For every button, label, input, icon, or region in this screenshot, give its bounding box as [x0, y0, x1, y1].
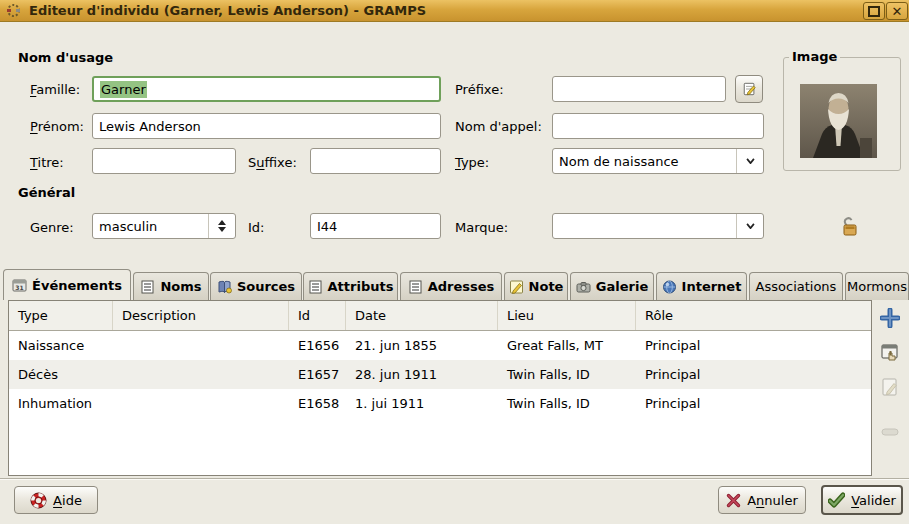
table-row-inhumation[interactable]: Inhumation E1658 1. jui 1911 Twin Falls,…	[9, 389, 871, 418]
tab-mormons[interactable]: Mormons	[845, 272, 909, 300]
tab-sources[interactable]: Sources	[210, 272, 302, 300]
tab-associations[interactable]: Associations	[749, 272, 843, 300]
maximize-button[interactable]	[863, 2, 885, 20]
edit-event-button	[878, 375, 902, 399]
cancel-button[interactable]: Annuler	[718, 486, 806, 514]
globe-icon	[662, 280, 677, 294]
image-groupbox: Image	[783, 57, 901, 171]
column-header-id[interactable]: Id	[289, 301, 346, 330]
tab-internet[interactable]: Internet	[656, 272, 747, 300]
edit-icon	[880, 377, 900, 397]
chevron-down-icon	[736, 214, 763, 238]
maximize-icon	[868, 6, 880, 17]
gramps-app-icon	[6, 3, 21, 18]
titre-input[interactable]	[92, 148, 236, 174]
camera-icon	[576, 280, 591, 294]
person-editor-window: Editeur d'individu (Garner, Lewis Anders…	[0, 0, 909, 524]
close-icon: ✕	[892, 5, 903, 18]
text-list-icon	[140, 280, 155, 294]
cancel-x-icon	[726, 493, 741, 508]
tab-note[interactable]: Note	[504, 272, 568, 300]
nom-appel-input[interactable]	[552, 113, 764, 139]
text-list-icon	[408, 280, 423, 294]
column-header-role[interactable]: Rôle	[636, 301, 871, 330]
marque-label: Marque:	[455, 220, 508, 235]
note-edit-icon	[742, 82, 757, 96]
window-title: Editeur d'individu (Garner, Lewis Anders…	[29, 3, 426, 18]
events-table-header: Type Description Id Date Lieu Rôle	[9, 301, 871, 331]
titre-label: Titre:	[30, 155, 64, 170]
prefixe-label: Préfixe:	[455, 82, 504, 97]
minus-icon	[881, 428, 899, 436]
help-button[interactable]: Aide	[14, 486, 98, 514]
suffixe-label: Suffixe:	[248, 155, 297, 170]
image-legend: Image	[789, 49, 840, 64]
prefixe-input[interactable]	[552, 76, 726, 102]
ok-button-label: Valider	[851, 493, 896, 508]
name-section-heading: Nom d'usage	[18, 50, 113, 65]
general-section-heading: Général	[18, 185, 75, 200]
share-event-button[interactable]	[878, 341, 902, 365]
edit-name-button[interactable]	[735, 75, 763, 103]
remove-event-button	[878, 420, 902, 444]
genre-combobox[interactable]: masculin	[92, 213, 236, 239]
famille-value-selected: Garner	[100, 81, 147, 98]
apply-check-icon	[828, 492, 845, 508]
id-label: Id:	[248, 220, 264, 235]
column-header-lieu[interactable]: Lieu	[498, 301, 636, 330]
events-table: Type Description Id Date Lieu Rôle Naiss…	[8, 300, 872, 476]
genre-label: Genre:	[30, 220, 74, 235]
type-label: Type:	[455, 155, 489, 170]
titlebar[interactable]: Editeur d'individu (Garner, Lewis Anders…	[0, 0, 909, 22]
id-input[interactable]: I44	[310, 213, 441, 239]
bottom-separator	[0, 478, 909, 480]
table-row-deces[interactable]: Décès E1657 28. jun 1911 Twin Falls, ID …	[9, 360, 871, 389]
share-window-icon	[880, 343, 900, 363]
help-button-label: Aide	[53, 493, 82, 508]
text-list-icon	[308, 280, 323, 294]
chevron-down-icon	[736, 149, 763, 173]
tab-noms[interactable]: Noms	[133, 272, 209, 300]
spinner-arrows-icon	[208, 214, 235, 238]
tab-evenements[interactable]: 31 Événements	[3, 269, 131, 300]
plus-icon	[880, 308, 900, 328]
svg-text:31: 31	[15, 284, 23, 291]
close-button[interactable]: ✕	[886, 2, 908, 20]
add-event-button[interactable]	[878, 306, 902, 330]
name-type-combobox[interactable]: Nom de naissance	[552, 148, 764, 174]
cancel-button-label: Annuler	[747, 493, 798, 508]
portrait-photo	[800, 84, 877, 158]
famille-input[interactable]: Garner	[92, 76, 441, 102]
tab-attributs[interactable]: Attributs	[303, 272, 398, 300]
famille-label: Famille:	[30, 82, 80, 97]
book-icon	[217, 280, 232, 294]
tab-galerie[interactable]: Galerie	[570, 272, 654, 300]
nom-appel-label: Nom d'appel:	[455, 119, 542, 134]
column-header-description[interactable]: Description	[113, 301, 289, 330]
column-header-date[interactable]: Date	[346, 301, 498, 330]
column-header-type[interactable]: Type	[9, 301, 113, 330]
tab-adresses[interactable]: Adresses	[400, 272, 502, 300]
ok-button[interactable]: Valider	[821, 485, 903, 515]
prenom-label: Prénom:	[30, 119, 84, 134]
suffixe-input[interactable]	[310, 148, 441, 174]
prenom-input[interactable]: Lewis Anderson	[92, 113, 441, 139]
table-row-naissance[interactable]: Naissance E1656 21. jun 1855 Great Falls…	[9, 331, 871, 360]
note-pencil-icon	[509, 280, 524, 294]
marque-combobox[interactable]	[552, 213, 764, 239]
lifebuoy-icon	[30, 492, 47, 509]
unlock-icon[interactable]	[838, 216, 860, 237]
calendar-icon: 31	[12, 278, 27, 292]
